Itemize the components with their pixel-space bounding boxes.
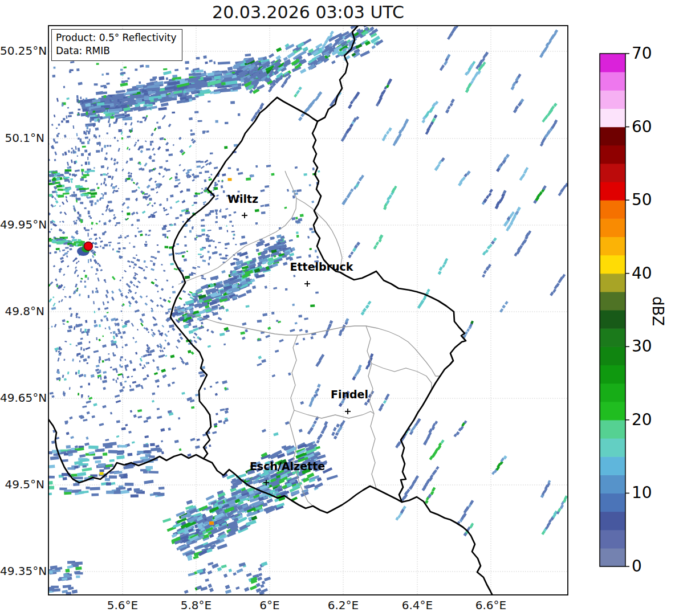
echo-cluster-left-green-patch (46, 169, 97, 198)
lat-tick-label: 49.5°N (0, 478, 44, 491)
colorbar-unit-label: dBZ (649, 296, 666, 326)
city-label: Wiltz (192, 193, 294, 205)
echo-cluster-radar-west-streak (47, 236, 89, 247)
city-label: Findel (298, 388, 401, 401)
echo-cluster-mid-streaks (307, 318, 390, 443)
radar-screenshot: 20.03.2026 03:03 UTC Product: 0.5° Refle… (0, 0, 675, 616)
echo-cluster-wsw-speckle (50, 306, 229, 456)
echo-cluster-east-streaks (348, 237, 566, 338)
echo-cluster-se-streaks (395, 418, 568, 537)
colorbar-tick-label: 30 (632, 337, 652, 356)
data-source-line: Data: RMIB (56, 44, 177, 58)
echo-cluster-center-speckle (242, 322, 318, 436)
lat-tick-label: 50.25°N (0, 44, 44, 58)
lon-tick-label: 5.6°E (97, 598, 148, 612)
lon-tick-label: 6°E (244, 598, 295, 612)
colorbar-tick-label: 70 (632, 44, 652, 63)
colorbar-tick-label: 40 (632, 264, 652, 283)
echo-cluster-west-band (172, 234, 295, 334)
echo-cluster-bottom-center-bits (184, 561, 271, 595)
colorbar-tick-label: 0 (632, 557, 642, 576)
radar-echo-layer (0, 20, 573, 595)
colorbar-tick-label: 50 (632, 190, 652, 209)
lon-tick-label: 6.4°E (392, 598, 443, 612)
lat-tick-label: 49.35°N (0, 564, 44, 578)
map-canvas (0, 0, 675, 616)
city-label: Ettelbruck (270, 260, 373, 273)
echo-cluster-bottom-left-bits (44, 561, 83, 595)
lat-tick-label: 49.95°N (0, 218, 44, 231)
product-line: Product: 0.5° Reflectivity (56, 31, 177, 44)
product-info-box: Product: 0.5° Reflectivity Data: RMIB (51, 29, 182, 61)
lon-tick-label: 5.8°E (170, 598, 222, 612)
lat-tick-label: 49.8°N (0, 304, 44, 318)
colorbar (600, 54, 629, 567)
echo-cluster-south-left-strip (46, 442, 165, 497)
colorbar-tick-label: 60 (632, 117, 652, 136)
echo-cluster-sw-cluster (162, 441, 338, 561)
city-label: Esch/Alzette (236, 460, 339, 472)
lon-tick-label: 6.2°E (318, 598, 369, 612)
lat-tick-label: 49.65°N (0, 391, 44, 405)
lon-tick-label: 6.6°E (465, 598, 517, 612)
colorbar-tick-label: 20 (632, 410, 652, 429)
lat-tick-label: 50.1°N (0, 131, 44, 145)
colorbar-tick-label: 10 (632, 483, 652, 502)
